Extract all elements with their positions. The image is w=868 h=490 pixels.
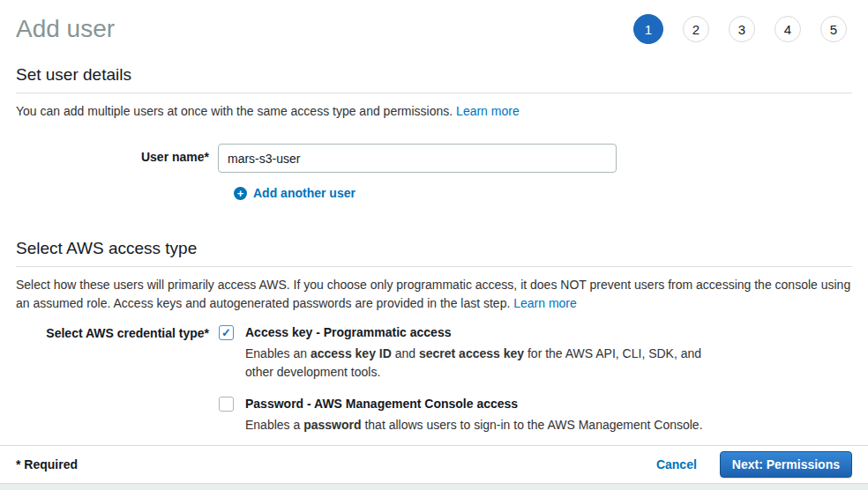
desc-segment: that allows users to sign-in to the AWS … <box>362 418 703 432</box>
step-3: 3 <box>729 16 755 42</box>
desc-segment: Enables an <box>245 346 311 360</box>
programmatic-access-option: ✓ Access key - Programmatic access Enabl… <box>218 325 708 382</box>
console-access-text: Password - AWS Management Console access… <box>245 397 703 434</box>
desc-segment-bold: access key ID <box>311 346 392 360</box>
username-input[interactable] <box>218 144 617 173</box>
programmatic-access-desc: Enables an access key ID and secret acce… <box>245 345 708 382</box>
page-title: Add user <box>16 15 115 43</box>
access-type-description: Select how these users will primarily ac… <box>16 276 852 313</box>
username-label: User name* <box>0 144 218 164</box>
programmatic-access-title: Access key - Programmatic access <box>245 325 708 339</box>
programmatic-access-text: Access key - Programmatic access Enables… <box>245 325 708 382</box>
add-another-user-button[interactable]: + Add another user <box>234 186 868 200</box>
username-row: User name* <box>0 144 868 173</box>
add-user-wizard-page: Add user 1 2 3 4 5 Set user details You … <box>0 0 868 490</box>
step-2: 2 <box>683 16 709 42</box>
user-details-description-text: You can add multiple users at once with … <box>16 104 453 118</box>
console-access-title: Password - AWS Management Console access <box>245 397 703 411</box>
credential-options: ✓ Access key - Programmatic access Enabl… <box>218 325 708 434</box>
step-5: 5 <box>820 16 847 42</box>
console-access-option: Password - AWS Management Console access… <box>218 397 708 434</box>
bottom-strip <box>0 483 868 490</box>
add-another-user-label[interactable]: Add another user <box>253 186 355 200</box>
desc-segment-bold: secret access key <box>419 346 524 360</box>
wizard-header: Add user 1 2 3 4 5 <box>0 0 868 51</box>
select-access-type-heading: Select AWS access type <box>16 239 852 267</box>
cancel-button[interactable]: Cancel <box>656 457 697 471</box>
programmatic-access-checkbox[interactable]: ✓ <box>219 325 234 340</box>
next-permissions-button[interactable]: Next: Permissions <box>720 451 852 478</box>
wizard-footer: * Required Cancel Next: Permissions <box>0 445 868 483</box>
credential-type-row: Select AWS credential type* ✓ Access key… <box>0 325 868 434</box>
user-details-description: You can add multiple users at once with … <box>16 102 852 121</box>
wizard-step-indicator: 1 2 3 4 5 <box>633 14 847 44</box>
console-access-desc: Enables a password that allows users to … <box>245 416 703 434</box>
console-access-checkbox[interactable] <box>219 397 234 412</box>
credential-type-label: Select AWS credential type* <box>0 325 218 340</box>
desc-segment: and <box>392 346 419 360</box>
step-4: 4 <box>774 16 801 42</box>
step-1-active: 1 <box>633 14 663 44</box>
plus-circle-icon: + <box>234 187 247 200</box>
desc-segment: Enables a <box>245 418 303 432</box>
access-type-learn-more-link[interactable]: Learn more <box>513 296 577 310</box>
required-note: * Required <box>16 457 78 471</box>
desc-segment-bold: password <box>303 418 361 432</box>
user-details-learn-more-link[interactable]: Learn more <box>456 104 520 118</box>
check-icon: ✓ <box>221 327 231 338</box>
set-user-details-heading: Set user details <box>16 65 852 93</box>
access-type-description-text: Select how these users will primarily ac… <box>16 278 850 310</box>
